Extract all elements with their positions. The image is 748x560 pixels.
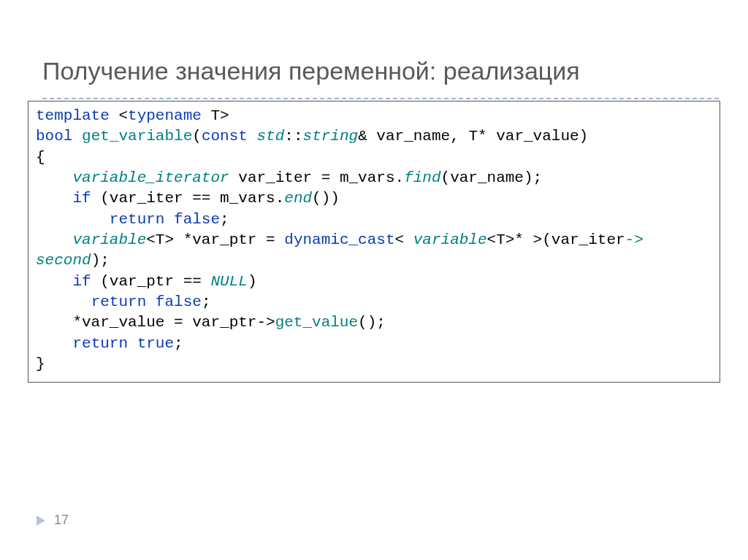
code-text: ); [91,252,110,269]
code-text: <T>* >(var_iter [487,231,625,248]
code-text: true [137,335,174,352]
slide-title: Получение значения переменной: реализаци… [42,57,580,85]
code-text: if [72,190,91,207]
code-text: (var_iter == m_vars. [91,190,285,207]
slide: Получение значения переменной: реализаци… [0,0,748,560]
code-text: (var_ptr == [91,273,211,290]
code-text: template [36,107,110,124]
code-text [146,294,156,310]
code-text [36,190,72,207]
code-text: return [91,294,147,310]
code-text: const [202,128,248,145]
arrow-right-icon [37,515,45,526]
code-text [36,273,72,290]
code-text: ()) [312,190,340,207]
code-text [128,335,137,352]
code-text: ; [202,294,211,310]
code-text: <T> *var_ptr = [146,231,284,248]
code-block: template <typename T> bool get_variable(… [28,101,720,383]
code-text: return [72,335,128,352]
code-text [248,128,257,145]
code-text: string [303,128,359,145]
code-text: get_value [275,314,358,331]
code-text: variable [72,231,146,248]
code-text: *var_value = var_ptr-> [36,314,275,331]
code-text [36,231,72,248]
page-number: 17 [54,513,69,528]
code-text [36,294,91,310]
code-text: ; [174,335,183,352]
code-text: typename [128,107,202,124]
code-text: variable [413,231,487,248]
code-text [36,211,110,228]
code-text: < [110,107,128,124]
slide-footer: 17 [37,513,69,528]
code-text: NULL [210,273,247,290]
code-text: std [257,128,285,145]
code-text [164,211,174,228]
code-text: return [110,211,165,228]
code-text: T> [202,107,229,124]
code-text: dynamic_cast [284,231,394,248]
code-text: < [395,231,413,248]
code-text: -> [625,231,644,248]
code-text: (var_name); [441,169,543,186]
code-text: :: [284,128,302,145]
code-text [36,335,72,352]
code-text: second [36,252,91,269]
code-text: & var_name, T* var_value) [358,128,588,145]
code-text: ; [220,211,229,228]
code-text: false [156,294,202,310]
code-text: if [72,273,91,290]
code-text: variable_iterator [72,169,229,186]
code-text: get_variable [82,128,192,145]
code-text: ( [192,128,202,145]
code-text: } [36,356,45,372]
code-text [72,128,82,145]
code-text: { [36,149,45,166]
code-text: ) [248,273,257,290]
code-text: false [174,211,220,228]
code-text: var_iter = m_vars. [229,169,404,186]
code-text: bool [36,128,72,145]
code-text: (); [358,314,386,331]
code-text: find [404,169,440,186]
title-divider [42,98,719,99]
code-text [36,169,72,186]
code-text: end [284,190,312,207]
